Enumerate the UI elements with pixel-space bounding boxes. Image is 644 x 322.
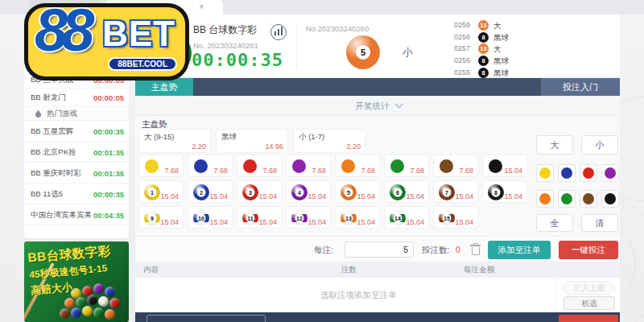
bet-cell-number[interactable]: 115.04 <box>138 180 184 203</box>
betting-area: 开奖统计 主盘势 大 (9-15) 2.20 黑球 14.96 小 (1-7) … <box>135 96 620 312</box>
promo-banner[interactable]: BB台球数字彩 45秒极速包号1-15 高赔大小 <box>24 242 129 322</box>
per-bet-input[interactable] <box>345 242 414 258</box>
close-icon[interactable]: × <box>199 0 204 14</box>
select-color-button[interactable] <box>580 190 597 208</box>
clear-selection-button[interactable]: 清 <box>581 214 618 232</box>
sidebar-game[interactable]: 中国台湾宾果宾果 00:04:35 <box>24 204 129 225</box>
select-color-button[interactable] <box>536 164 554 182</box>
select-color-button[interactable] <box>558 164 576 182</box>
bet-cell-color[interactable]: 7.68 <box>237 155 282 177</box>
bet-cell-number[interactable]: 715.04 <box>433 180 478 203</box>
bet-cell-black[interactable]: 黑球 14.96 <box>216 129 288 153</box>
banner-ball <box>60 308 70 319</box>
col-content: 内容 <box>143 265 159 275</box>
game-countdown: 00:00:35 <box>93 189 124 198</box>
bet-cell-color[interactable]: 7.68 <box>188 155 233 177</box>
bet-cell-color[interactable]: 15.04 <box>482 155 527 177</box>
footer-input[interactable] <box>147 315 266 322</box>
trash-icon[interactable] <box>470 243 481 255</box>
number-ball: 7 <box>439 184 455 200</box>
bet-cell-number[interactable]: 615.04 <box>384 180 429 203</box>
select-small-button[interactable]: 小 <box>581 135 618 155</box>
select-color-button[interactable] <box>536 190 554 208</box>
current-issue: No. 202303240261 <box>193 41 258 50</box>
bet-cell-number[interactable]: 1115.04 <box>237 206 282 229</box>
game-name: BB 射龙门 <box>31 92 66 102</box>
select-color-button[interactable] <box>580 164 597 182</box>
bet-cell-number[interactable]: 515.04 <box>335 180 380 203</box>
history-issue: 0257 <box>454 44 470 52</box>
odds-value: 15.04 <box>308 192 326 200</box>
number-ball-striped: 10 <box>193 210 209 226</box>
history-ball: 8 <box>478 68 489 78</box>
select-color-button[interactable] <box>601 190 619 208</box>
select-big-button[interactable]: 大 <box>536 135 573 155</box>
bet-cell-number[interactable]: 1015.04 <box>188 206 233 229</box>
odds-value: 15.04 <box>504 167 522 175</box>
flame-icon <box>35 109 42 118</box>
order-table-header: 内容 注数 每注金额 <box>135 262 620 278</box>
odds-value: 7.68 <box>213 167 228 175</box>
bet-label: 小 (1-7) <box>299 132 324 142</box>
number-ball-striped: 12 <box>291 210 308 226</box>
draw-stats-toggle[interactable]: 开奖统计 <box>135 96 620 116</box>
number-ball-striped: 13 <box>341 210 357 226</box>
sidebar-section-hot: 热门游戏 <box>24 106 129 121</box>
sidebar-game[interactable]: BB 射龙门 00:00:05 <box>24 89 129 106</box>
bet-cell-small[interactable]: 小 (1-7) 2.20 <box>293 129 365 153</box>
bar-chart-icon[interactable] <box>270 24 287 40</box>
color-ball <box>145 159 159 173</box>
bet-cell-number[interactable]: 1215.04 <box>286 206 331 229</box>
bet-cell-number[interactable]: 1515.04 <box>433 206 478 229</box>
tab-main-board[interactable]: 主盘势 <box>135 78 193 96</box>
banner-ball <box>82 306 93 316</box>
select-color-button[interactable] <box>558 190 576 208</box>
bet-controls: 每注: 投注数: 0 添加至注单 一键投注 <box>135 236 620 262</box>
odds-value: 15.04 <box>455 192 473 200</box>
add-to-slip-button[interactable]: 添加至注单 <box>488 241 551 259</box>
betting-guide-link[interactable]: 投注入门 <box>541 78 620 96</box>
odds-value: 15.04 <box>406 218 424 226</box>
select-color-button[interactable] <box>601 164 619 182</box>
bet-cell-color[interactable]: 7.68 <box>335 155 380 177</box>
random-pick-button[interactable]: 机选 <box>564 296 615 310</box>
game-name: BB 北京PK拾 <box>31 147 76 157</box>
bet-cell-number[interactable]: 415.04 <box>286 180 331 203</box>
game-name: BB 11选5 <box>31 188 63 199</box>
bet-cell-color[interactable]: 7.68 <box>433 155 478 177</box>
bet-cell-number[interactable]: 915.04 <box>138 206 184 229</box>
select-all-button[interactable]: 全 <box>536 214 573 232</box>
game-header: BB 台球数字彩 No. 202303240261 00:00:35 No.20… <box>135 14 620 78</box>
number-ball: 5 <box>341 184 357 200</box>
bet-cell-number[interactable]: 815.04 <box>482 180 527 203</box>
bet-cell-color[interactable]: 7.68 <box>384 155 429 177</box>
sidebar-game[interactable]: BB 重庆时时彩 00:01:35 <box>24 163 129 184</box>
history-label: 大 <box>493 21 502 31</box>
number-ball: 1 <box>144 184 160 200</box>
odds-value: 2.20 <box>346 142 361 151</box>
history-issue: 0258 <box>454 33 470 41</box>
footer-button[interactable] <box>559 315 618 322</box>
sidebar-game[interactable]: BB 北京PK拾 00:01:35 <box>24 142 129 163</box>
bet-cell-color[interactable]: 7.68 <box>286 155 331 177</box>
divider <box>296 24 297 69</box>
game-countdown: 00:00:05 <box>93 93 124 101</box>
history-issue: 0256 <box>454 56 470 64</box>
bet-cell-number[interactable]: 1415.04 <box>384 206 429 229</box>
logo-bet: BET <box>102 14 175 54</box>
bet-cell-number[interactable]: 315.04 <box>237 180 282 203</box>
bet-cell-big[interactable]: 大 (9-15) 2.20 <box>138 129 211 153</box>
banner-ball <box>71 308 81 318</box>
sidebar-game[interactable]: BB 11选5 00:00:35 <box>24 184 129 204</box>
bet-cell-number[interactable]: 1315.04 <box>335 206 380 229</box>
quick-bet-button[interactable]: 一键投注 <box>559 241 618 259</box>
number-ball: 8 <box>488 184 504 200</box>
bet-label: 黑球 <box>221 132 237 142</box>
odds-value: 7.68 <box>459 167 473 175</box>
bet-cell-number[interactable]: 215.04 <box>188 180 233 203</box>
import-last-button[interactable]: 汇入上期 <box>564 281 615 295</box>
site-logo[interactable]: 88 BET 88BET.COOL <box>24 3 189 80</box>
bet-cell-color[interactable]: 7.68 <box>138 155 184 177</box>
sidebar-game[interactable]: BB 五星宏辉 00:00:35 <box>24 121 129 142</box>
odds-value: 15.04 <box>357 192 375 200</box>
